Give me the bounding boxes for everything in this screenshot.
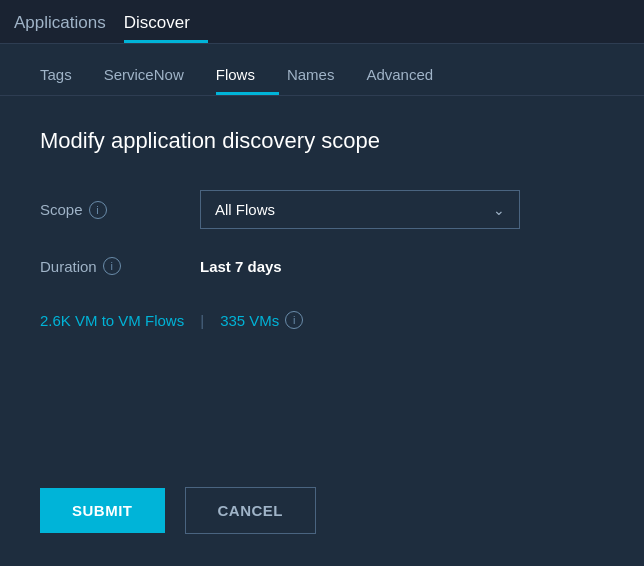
cancel-button[interactable]: CANCEL	[185, 487, 317, 534]
stats-row: 2.6K VM to VM Flows | 335 VMs i	[40, 311, 604, 329]
button-row: SUBMIT CANCEL	[40, 487, 604, 534]
page-title: Modify application discovery scope	[40, 128, 604, 154]
scope-dropdown[interactable]: All Flows ⌄	[200, 190, 520, 229]
scope-label: Scope i	[40, 201, 200, 219]
tab-flows[interactable]: Flows	[216, 54, 279, 95]
scope-dropdown-value: All Flows	[215, 201, 275, 218]
scope-info-icon[interactable]: i	[89, 201, 107, 219]
tab-advanced[interactable]: Advanced	[366, 54, 457, 95]
duration-label-text: Duration	[40, 258, 97, 275]
main-content: Modify application discovery scope Scope…	[0, 96, 644, 566]
scope-label-text: Scope	[40, 201, 83, 218]
duration-label: Duration i	[40, 257, 200, 275]
tab-tags[interactable]: Tags	[40, 54, 96, 95]
stat-vms: 335 VMs i	[220, 311, 303, 329]
top-nav-discover[interactable]: Discover	[124, 3, 208, 43]
vms-info-icon[interactable]: i	[285, 311, 303, 329]
scope-row: Scope i All Flows ⌄	[40, 190, 604, 229]
chevron-down-icon: ⌄	[493, 202, 505, 218]
stat-separator: |	[200, 312, 204, 329]
submit-button[interactable]: SUBMIT	[40, 488, 165, 533]
duration-info-icon[interactable]: i	[103, 257, 121, 275]
tab-names[interactable]: Names	[287, 54, 359, 95]
sub-nav: Tags ServiceNow Flows Names Advanced	[0, 44, 644, 96]
top-nav-applications[interactable]: Applications	[14, 3, 124, 43]
stat-flows-link[interactable]: 2.6K VM to VM Flows	[40, 312, 184, 329]
stat-vms-count: 335 VMs	[220, 312, 279, 329]
tab-servicenow[interactable]: ServiceNow	[104, 54, 208, 95]
top-nav: Applications Discover	[0, 0, 644, 44]
duration-value: Last 7 days	[200, 258, 282, 275]
duration-row: Duration i Last 7 days	[40, 257, 604, 275]
